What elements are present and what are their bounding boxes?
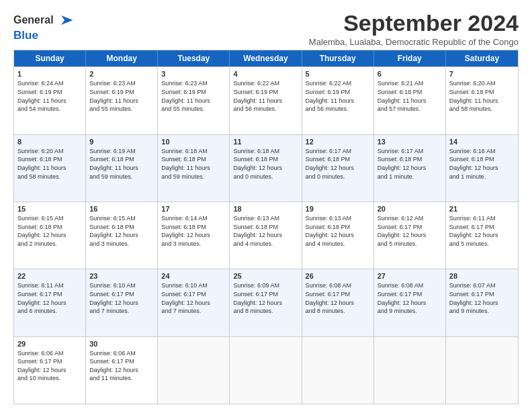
month-title: September 2024	[309, 11, 519, 36]
calendar-row: 22Sunrise: 6:11 AM Sunset: 6:17 PM Dayli…	[14, 269, 518, 336]
day-number: 16	[89, 205, 154, 213]
calendar-cell: 18Sunrise: 6:13 AM Sunset: 6:18 PM Dayli…	[230, 202, 302, 269]
day-number: 10	[161, 138, 226, 146]
cell-info: Sunrise: 6:18 AM Sunset: 6:18 PM Dayligh…	[233, 147, 298, 181]
cell-info: Sunrise: 6:15 AM Sunset: 6:18 PM Dayligh…	[17, 214, 82, 248]
cell-info: Sunrise: 6:12 AM Sunset: 6:17 PM Dayligh…	[378, 214, 442, 248]
day-number: 6	[378, 70, 442, 78]
cell-info: Sunrise: 6:08 AM Sunset: 6:17 PM Dayligh…	[378, 281, 442, 315]
day-number: 17	[161, 205, 226, 213]
calendar-cell: 13Sunrise: 6:17 AM Sunset: 6:18 PM Dayli…	[374, 135, 446, 201]
calendar-cell	[302, 337, 374, 404]
header-sunday: Sunday	[14, 50, 86, 66]
calendar-cell: 8Sunrise: 6:20 AM Sunset: 6:18 PM Daylig…	[14, 135, 86, 201]
cell-info: Sunrise: 6:10 AM Sunset: 6:17 PM Dayligh…	[161, 281, 226, 315]
calendar-cell: 26Sunrise: 6:08 AM Sunset: 6:17 PM Dayli…	[302, 269, 374, 336]
calendar-cell: 4Sunrise: 6:22 AM Sunset: 6:19 PM Daylig…	[230, 67, 302, 134]
cell-info: Sunrise: 6:14 AM Sunset: 6:18 PM Dayligh…	[161, 214, 226, 248]
calendar-cell	[158, 337, 230, 404]
logo-text-general: General	[13, 14, 54, 26]
day-number: 12	[306, 138, 370, 146]
day-number: 3	[161, 70, 226, 78]
cell-info: Sunrise: 6:11 AM Sunset: 6:17 PM Dayligh…	[449, 214, 515, 248]
header-saturday: Saturday	[446, 50, 518, 66]
calendar-cell	[374, 337, 446, 404]
day-number: 19	[306, 205, 370, 213]
calendar-cell: 27Sunrise: 6:08 AM Sunset: 6:17 PM Dayli…	[374, 269, 446, 336]
day-number: 13	[378, 138, 442, 146]
cell-info: Sunrise: 6:09 AM Sunset: 6:17 PM Dayligh…	[233, 281, 298, 315]
day-number: 27	[378, 272, 442, 280]
cell-info: Sunrise: 6:13 AM Sunset: 6:18 PM Dayligh…	[306, 214, 370, 248]
calendar-cell: 9Sunrise: 6:19 AM Sunset: 6:18 PM Daylig…	[86, 135, 158, 201]
logo-text-blue: Blue	[13, 30, 38, 42]
day-number: 29	[17, 340, 82, 348]
header-thursday: Thursday	[302, 50, 374, 66]
cell-info: Sunrise: 6:13 AM Sunset: 6:18 PM Dayligh…	[233, 214, 298, 248]
calendar-cell: 21Sunrise: 6:11 AM Sunset: 6:17 PM Dayli…	[446, 202, 518, 269]
header-tuesday: Tuesday	[158, 50, 230, 66]
day-number: 18	[233, 205, 298, 213]
calendar-cell: 14Sunrise: 6:16 AM Sunset: 6:18 PM Dayli…	[446, 135, 518, 201]
day-number: 23	[89, 272, 154, 280]
day-number: 2	[89, 70, 154, 78]
header-friday: Friday	[374, 50, 446, 66]
calendar-cell: 12Sunrise: 6:17 AM Sunset: 6:18 PM Dayli…	[302, 135, 374, 201]
cell-info: Sunrise: 6:24 AM Sunset: 6:19 PM Dayligh…	[17, 79, 82, 113]
cell-info: Sunrise: 6:15 AM Sunset: 6:18 PM Dayligh…	[89, 214, 154, 248]
header-wednesday: Wednesday	[230, 50, 302, 66]
calendar-cell: 22Sunrise: 6:11 AM Sunset: 6:17 PM Dayli…	[14, 269, 86, 336]
calendar-cell: 29Sunrise: 6:06 AM Sunset: 6:17 PM Dayli…	[14, 337, 86, 404]
day-number: 15	[17, 205, 82, 213]
day-number: 9	[89, 138, 154, 146]
cell-info: Sunrise: 6:16 AM Sunset: 6:18 PM Dayligh…	[449, 147, 515, 181]
calendar-cell: 10Sunrise: 6:18 AM Sunset: 6:18 PM Dayli…	[158, 135, 230, 201]
calendar-row: 1Sunrise: 6:24 AM Sunset: 6:19 PM Daylig…	[14, 66, 518, 134]
subtitle: Malemba, Lualaba, Democratic Republic of…	[309, 37, 519, 47]
day-number: 1	[17, 70, 82, 78]
day-number: 21	[449, 205, 515, 213]
calendar-cell: 24Sunrise: 6:10 AM Sunset: 6:17 PM Dayli…	[158, 269, 230, 336]
cell-info: Sunrise: 6:11 AM Sunset: 6:17 PM Dayligh…	[17, 281, 82, 315]
calendar-cell: 5Sunrise: 6:22 AM Sunset: 6:19 PM Daylig…	[302, 67, 374, 134]
page: General Blue September 2024 Malemba, Lua…	[0, 0, 532, 411]
header: General Blue September 2024 Malemba, Lua…	[13, 11, 519, 47]
logo: General Blue	[13, 11, 75, 42]
calendar-cell	[446, 337, 518, 404]
calendar: Sunday Monday Tuesday Wednesday Thursday…	[13, 50, 519, 404]
calendar-cell: 6Sunrise: 6:21 AM Sunset: 6:18 PM Daylig…	[374, 67, 446, 134]
day-number: 4	[233, 70, 298, 78]
day-number: 22	[17, 272, 82, 280]
calendar-cell: 15Sunrise: 6:15 AM Sunset: 6:18 PM Dayli…	[14, 202, 86, 269]
cell-info: Sunrise: 6:17 AM Sunset: 6:18 PM Dayligh…	[378, 147, 442, 181]
header-monday: Monday	[86, 50, 158, 66]
calendar-cell: 28Sunrise: 6:07 AM Sunset: 6:17 PM Dayli…	[446, 269, 518, 336]
day-number: 24	[161, 272, 226, 280]
day-number: 30	[89, 340, 154, 348]
cell-info: Sunrise: 6:21 AM Sunset: 6:18 PM Dayligh…	[378, 79, 442, 113]
cell-info: Sunrise: 6:06 AM Sunset: 6:17 PM Dayligh…	[17, 349, 82, 383]
calendar-cell: 23Sunrise: 6:10 AM Sunset: 6:17 PM Dayli…	[86, 269, 158, 336]
calendar-cell: 16Sunrise: 6:15 AM Sunset: 6:18 PM Dayli…	[86, 202, 158, 269]
day-number: 14	[449, 138, 515, 146]
cell-info: Sunrise: 6:19 AM Sunset: 6:18 PM Dayligh…	[89, 147, 154, 181]
calendar-cell: 7Sunrise: 6:20 AM Sunset: 6:18 PM Daylig…	[446, 67, 518, 134]
logo-arrow-icon	[56, 11, 75, 30]
cell-info: Sunrise: 6:22 AM Sunset: 6:19 PM Dayligh…	[306, 79, 370, 113]
calendar-cell: 19Sunrise: 6:13 AM Sunset: 6:18 PM Dayli…	[302, 202, 374, 269]
cell-info: Sunrise: 6:17 AM Sunset: 6:18 PM Dayligh…	[306, 147, 370, 181]
day-number: 26	[306, 272, 370, 280]
calendar-row: 8Sunrise: 6:20 AM Sunset: 6:18 PM Daylig…	[14, 134, 518, 201]
cell-info: Sunrise: 6:23 AM Sunset: 6:19 PM Dayligh…	[89, 79, 154, 113]
cell-info: Sunrise: 6:22 AM Sunset: 6:19 PM Dayligh…	[233, 79, 298, 113]
day-number: 8	[17, 138, 82, 146]
day-number: 20	[378, 205, 442, 213]
cell-info: Sunrise: 6:20 AM Sunset: 6:18 PM Dayligh…	[17, 147, 82, 181]
calendar-cell	[230, 337, 302, 404]
calendar-cell: 3Sunrise: 6:23 AM Sunset: 6:19 PM Daylig…	[158, 67, 230, 134]
calendar-cell: 1Sunrise: 6:24 AM Sunset: 6:19 PM Daylig…	[14, 67, 86, 134]
calendar-cell: 11Sunrise: 6:18 AM Sunset: 6:18 PM Dayli…	[230, 135, 302, 201]
calendar-cell: 20Sunrise: 6:12 AM Sunset: 6:17 PM Dayli…	[374, 202, 446, 269]
cell-info: Sunrise: 6:10 AM Sunset: 6:17 PM Dayligh…	[89, 281, 154, 315]
cell-info: Sunrise: 6:23 AM Sunset: 6:19 PM Dayligh…	[161, 79, 226, 113]
